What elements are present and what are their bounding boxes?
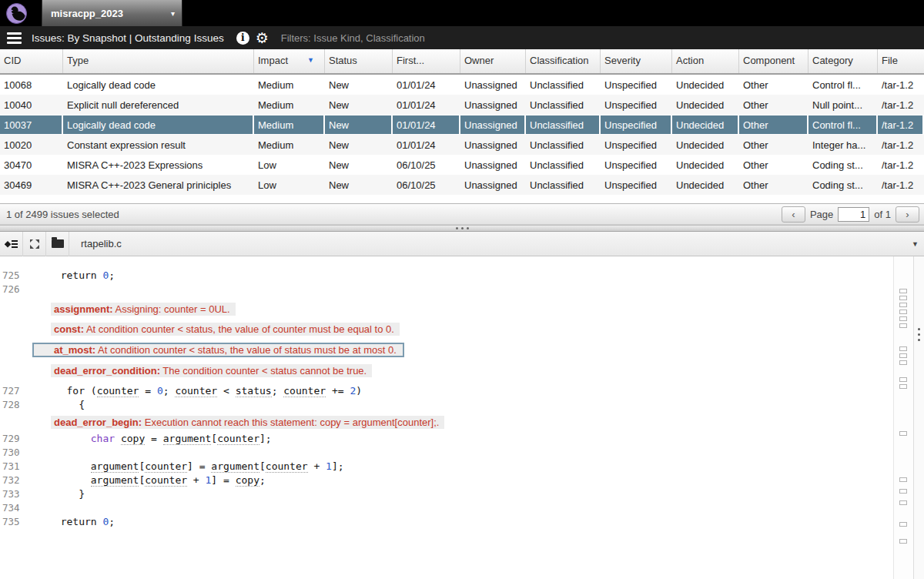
- column-header-impact[interactable]: Impact▼: [254, 49, 325, 73]
- event-marker-icon[interactable]: [899, 289, 907, 293]
- event-chip[interactable]: dead_error_condition: The condition coun…: [51, 364, 372, 377]
- cell-file: /tar-1.2: [878, 115, 924, 135]
- column-header-category[interactable]: Category: [808, 49, 878, 73]
- cell-category: Coding st...: [808, 175, 878, 195]
- event-marker-icon[interactable]: [899, 489, 907, 494]
- event-chip[interactable]: dead_error_begin: Execution cannot reach…: [51, 416, 444, 429]
- splitter-dot: [461, 227, 464, 229]
- code-scrollbar[interactable]: [913, 256, 924, 579]
- cell-first: 01/01/24: [393, 75, 460, 95]
- column-header-owner[interactable]: Owner: [460, 49, 526, 73]
- file-browser-button[interactable]: [46, 232, 69, 256]
- event-marker-icon[interactable]: [899, 500, 907, 505]
- cell-owner: Unassigned: [460, 155, 526, 175]
- scrollbar-grip-icon[interactable]: [918, 328, 920, 341]
- cell-first: 01/01/24: [393, 115, 460, 135]
- next-page-button[interactable]: ›: [896, 206, 919, 223]
- code-token: argument: [211, 460, 259, 473]
- column-header-first[interactable]: First...: [393, 49, 460, 73]
- table-row[interactable]: 30469MISRA C++-2023 General priniciplesL…: [0, 175, 924, 195]
- caret-down-icon: ▾: [171, 9, 175, 18]
- info-icon[interactable]: i: [236, 32, 249, 45]
- event-text: At condition counter < status, the value…: [84, 323, 394, 335]
- line-number: 728: [0, 398, 49, 412]
- cell-type: Explicit null dereferenced: [63, 95, 254, 115]
- file-tab[interactable]: rtapelib.c: [81, 238, 122, 249]
- project-selector[interactable]: misracpp_2023 ▾: [42, 0, 182, 26]
- event-marker-icon[interactable]: [899, 377, 907, 382]
- prev-page-button[interactable]: ‹: [782, 206, 805, 223]
- event-marker-icon[interactable]: [899, 539, 907, 544]
- cell-category: Control fl...: [808, 115, 878, 135]
- cell-file: /tar-1.2: [878, 75, 924, 95]
- cell-status: New: [325, 115, 393, 135]
- cell-impact: Low: [254, 155, 325, 175]
- pane-splitter[interactable]: [0, 225, 924, 232]
- blackduck-logo: [6, 3, 27, 24]
- event-marker-icon[interactable]: [899, 431, 907, 436]
- issues-table: CIDTypeImpact▼StatusFirst...OwnerClassif…: [0, 49, 924, 203]
- show-events-button[interactable]: [0, 232, 23, 256]
- code-token: ;: [109, 516, 115, 527]
- column-header-severity[interactable]: Severity: [601, 49, 672, 73]
- line-number: 735: [0, 515, 49, 529]
- code-token: counter: [175, 385, 217, 397]
- table-row[interactable]: 30470MISRA C++-2023 ExpressionsLowNew06/…: [0, 155, 924, 175]
- event-marker-icon[interactable]: [899, 353, 907, 358]
- column-header-cid[interactable]: CID: [0, 49, 63, 73]
- column-header-type[interactable]: Type: [63, 49, 254, 73]
- event-marker-icon[interactable]: [899, 346, 907, 351]
- cell-classification: Unclassified: [526, 135, 601, 155]
- table-row[interactable]: 10068Logically dead codeMediumNew01/01/2…: [0, 75, 924, 95]
- code-token: argument: [91, 474, 139, 487]
- cell-action: Undecided: [672, 135, 739, 155]
- code-line: 729 char copy = argument[counter];: [0, 432, 924, 446]
- event-marker-icon[interactable]: [899, 384, 907, 389]
- menu-icon[interactable]: [7, 32, 22, 44]
- cell-owner: Unassigned: [460, 175, 526, 195]
- cell-impact: Medium: [254, 115, 325, 135]
- cell-component: Other: [739, 135, 808, 155]
- cell-severity: Unspecified: [601, 175, 672, 195]
- event-marker-icon[interactable]: [899, 323, 907, 328]
- table-row[interactable]: 10040Explicit null dereferencedMediumNew…: [0, 95, 924, 115]
- column-header-status[interactable]: Status: [325, 49, 393, 73]
- code-token: ;: [163, 385, 176, 397]
- column-header-component[interactable]: Component: [739, 49, 808, 73]
- event-marker-icon[interactable]: [899, 310, 907, 314]
- table-row[interactable]: 10037Logically dead codeMediumNew01/01/2…: [0, 115, 924, 135]
- column-header-action[interactable]: Action: [672, 49, 739, 73]
- event-marker-icon[interactable]: [899, 477, 907, 482]
- page-number-input[interactable]: [838, 207, 869, 222]
- event-marker-icon[interactable]: [899, 303, 907, 307]
- code-line: 733 }: [0, 487, 924, 501]
- expand-view-button[interactable]: [23, 232, 46, 256]
- table-row[interactable]: 10020Constant expression resultMediumNew…: [0, 135, 924, 155]
- sort-caret-icon[interactable]: ▼: [307, 56, 314, 64]
- code-token: copy: [236, 474, 259, 487]
- cell-status: New: [325, 135, 393, 155]
- gear-icon[interactable]: ⚙: [256, 31, 269, 45]
- cell-status: New: [325, 95, 393, 115]
- cell-impact: Medium: [254, 95, 325, 115]
- event-chip[interactable]: const: At condition counter < status, th…: [51, 323, 400, 336]
- event-chip[interactable]: at_most: At condition counter < status, …: [32, 343, 404, 357]
- pagination: ‹ Page of 1 ›: [782, 206, 919, 223]
- column-header-classification[interactable]: Classification: [526, 49, 601, 73]
- code-token: ];: [259, 433, 272, 444]
- event-marker-icon[interactable]: [899, 316, 907, 321]
- expand-arrows-icon: [29, 239, 40, 249]
- cell-first: 06/10/25: [393, 175, 460, 195]
- event-marker-icon[interactable]: [899, 360, 907, 365]
- event-text: At condition counter < status, the value…: [95, 344, 397, 356]
- cell-status: New: [325, 175, 393, 195]
- event-marker-icon[interactable]: [899, 522, 907, 527]
- event-chip[interactable]: assignment: Assigning: counter = 0UL.: [51, 303, 236, 316]
- file-list-caret-icon[interactable]: ▼: [912, 240, 919, 248]
- event-marker-icon[interactable]: [899, 296, 907, 300]
- cell-category: Control fl...: [808, 75, 878, 95]
- column-header-file[interactable]: File: [878, 49, 924, 73]
- cell-owner: Unassigned: [460, 135, 526, 155]
- cell-severity: Unspecified: [601, 155, 672, 175]
- cell-status: New: [325, 155, 393, 175]
